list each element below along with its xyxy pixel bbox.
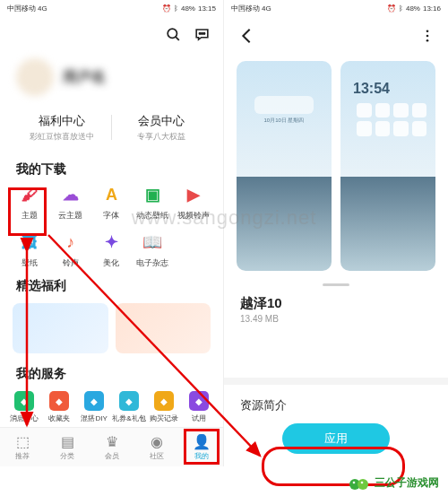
nav-会员[interactable]: ♛会员 — [90, 428, 134, 466]
detail-header — [224, 16, 448, 56]
downloads-title: 我的下载 — [0, 152, 223, 183]
theme-previews: 10月10日 星期四 13:54 — [224, 56, 448, 276]
preview-lockscreen[interactable]: 10月10日 星期四 — [237, 61, 332, 271]
status-bar: 中国移动 4G ⏰ ᛒ 48% 13:15 — [0, 0, 223, 16]
username: 用户名 — [63, 68, 106, 87]
alarm-icon: ⏰ — [162, 4, 171, 13]
svg-point-2 — [199, 32, 201, 34]
service-icon: ◆ — [119, 391, 139, 411]
battery-label: 48% — [181, 4, 195, 13]
carrier-label: 中国移动 — [7, 4, 36, 13]
service-icon: ◆ — [49, 391, 69, 411]
download-icon: 🖌 — [18, 183, 41, 206]
download-icon: 🖼 — [18, 231, 41, 254]
theme-name: 越泽10 — [224, 286, 448, 314]
nav-icon: 👤 — [194, 434, 210, 450]
nav-分类[interactable]: ▤分类 — [45, 428, 90, 466]
nav-我的[interactable]: 👤我的 — [179, 428, 224, 466]
services-row: ◆消息中心◆收藏夹◆混搭DIY◆礼券&礼包◆购买记录◆试用 — [0, 387, 223, 427]
resource-intro-title: 资源简介 — [240, 397, 432, 413]
preview-time: 13:54 — [353, 81, 390, 97]
service-item-购买记录[interactable]: ◆购买记录 — [146, 391, 181, 423]
time-label: 13:15 — [198, 4, 216, 13]
svg-line-1 — [176, 37, 179, 40]
welfare-banner-2[interactable] — [116, 303, 211, 353]
download-item-云主题[interactable]: ☁云主题 — [50, 183, 91, 222]
download-icon: ♪ — [59, 231, 82, 254]
service-item-收藏夹[interactable]: ◆收藏夹 — [42, 391, 77, 423]
preview-homescreen[interactable]: 13:54 — [340, 61, 435, 271]
svg-point-6 — [426, 35, 429, 38]
download-item-电子杂志[interactable]: 📖电子杂志 — [132, 231, 173, 269]
download-item-铃声[interactable]: ♪铃声 — [50, 231, 91, 269]
welfare-center[interactable]: 福利中心 彩虹豆惊喜放送中 — [13, 113, 111, 143]
profile-screen: 中国移动 4G ⏰ ᛒ 48% 13:15 用户名 福利中心 — [0, 0, 224, 466]
theme-detail-screen: 中国移动 4G ⏰ ᛒ 48% 13:16 — [224, 0, 448, 466]
battery-label: 48% — [406, 4, 420, 13]
service-icon: ◆ — [154, 391, 174, 411]
svg-point-0 — [168, 29, 177, 38]
bluetooth-icon: ᛒ — [399, 4, 403, 13]
profile-area[interactable]: 用户名 — [0, 52, 223, 102]
alarm-icon: ⏰ — [387, 4, 396, 13]
preview-widget — [254, 96, 314, 114]
nav-icon: ▤ — [59, 434, 75, 450]
download-icon: ▣ — [141, 183, 164, 206]
centers-row: 福利中心 彩虹豆惊喜放送中 会员中心 专享八大权益 — [13, 106, 211, 149]
service-item-消息中心[interactable]: ◆消息中心 — [7, 391, 42, 423]
signal-label: 4G — [262, 4, 271, 13]
more-icon[interactable] — [419, 28, 435, 44]
downloads-grid: 🖌主题☁云主题A字体▣动态壁纸▶视频铃声🖼壁纸♪铃声✦美化📖电子杂志 — [0, 183, 223, 269]
download-icon: 📖 — [141, 231, 164, 254]
signal-label: 4G — [38, 4, 47, 13]
header-actions — [0, 16, 223, 52]
nav-icon: ♛ — [104, 434, 120, 450]
download-item-美化[interactable]: ✦美化 — [91, 231, 133, 269]
nav-社区[interactable]: ◉社区 — [134, 428, 179, 466]
service-item-混搭DIY[interactable]: ◆混搭DIY — [77, 391, 112, 423]
member-center[interactable]: 会员中心 专享八大权益 — [112, 113, 211, 143]
preview-wallpaper — [346, 154, 430, 265]
svg-point-5 — [426, 30, 429, 32]
back-icon[interactable] — [237, 26, 256, 46]
download-item-视频铃声[interactable]: ▶视频铃声 — [173, 183, 214, 222]
service-item-试用[interactable]: ◆试用 — [181, 391, 216, 423]
download-item-壁纸[interactable]: 🖼壁纸 — [9, 231, 50, 269]
download-icon: ✦ — [99, 231, 123, 254]
download-item-主题[interactable]: 🖌主题 — [9, 183, 50, 222]
service-icon: ◆ — [14, 391, 34, 411]
preview-date: 10月10日 星期四 — [263, 117, 304, 125]
welfare-banners — [0, 300, 223, 357]
download-item-字体[interactable]: A字体 — [91, 183, 133, 222]
svg-point-3 — [201, 32, 202, 34]
chat-icon[interactable] — [193, 25, 211, 43]
svg-point-11 — [358, 479, 368, 490]
nav-推荐[interactable]: ⬚推荐 — [0, 428, 45, 466]
apply-button[interactable]: 应用 — [282, 423, 390, 454]
carrier-label: 中国移动 — [231, 4, 260, 13]
status-bar: 中国移动 4G ⏰ ᛒ 48% 13:16 — [224, 0, 448, 16]
time-label: 13:16 — [423, 4, 441, 13]
service-item-礼券&礼包[interactable]: ◆礼券&礼包 — [111, 391, 146, 423]
bottom-nav: ⬚推荐▤分类♛会员◉社区👤我的 — [0, 427, 224, 466]
theme-size: 13.49 MB — [224, 314, 448, 324]
search-icon[interactable] — [164, 25, 182, 43]
nav-icon: ◉ — [149, 434, 165, 450]
service-icon: ◆ — [189, 391, 209, 411]
svg-point-12 — [353, 482, 356, 484]
download-item-动态壁纸[interactable]: ▣动态壁纸 — [132, 183, 173, 222]
download-icon: ☁ — [59, 183, 82, 206]
brand-footer: 三公子游戏网 — [349, 474, 439, 491]
brand-logo-icon — [349, 474, 370, 491]
nav-icon: ⬚ — [14, 434, 30, 450]
download-icon: ▶ — [182, 183, 205, 206]
welfare-banner-1[interactable] — [13, 303, 108, 353]
welfare-title: 精选福利 — [0, 269, 223, 300]
svg-point-7 — [426, 39, 429, 42]
service-icon: ◆ — [84, 391, 104, 411]
svg-point-4 — [203, 32, 205, 34]
download-icon: A — [99, 183, 123, 206]
brand-text: 三公子游戏网 — [375, 475, 439, 491]
avatar[interactable] — [16, 58, 54, 96]
services-title: 我的服务 — [0, 357, 223, 387]
